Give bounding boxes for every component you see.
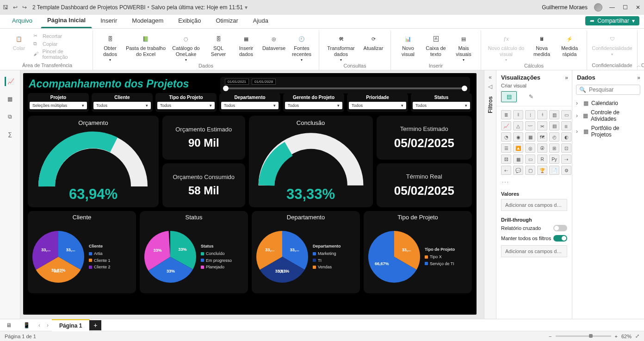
visual-type-icon[interactable]: ⚄ bbox=[501, 155, 511, 164]
sql-server-button[interactable]: 🗄SQL Server bbox=[205, 32, 232, 58]
kpi-termino-estimado[interactable]: Termino Estimado 05/02/2025 bbox=[377, 116, 472, 160]
visual-type-icon[interactable]: ≣ bbox=[501, 110, 511, 119]
visual-type-icon[interactable]: 🔼 bbox=[513, 143, 523, 153]
visual-type-icon[interactable]: 💬 bbox=[513, 166, 523, 175]
zoom-slider[interactable] bbox=[556, 335, 611, 337]
visual-type-icon[interactable]: 🏆 bbox=[537, 166, 547, 175]
slicer-cliente[interactable]: Cliente Todos▾ bbox=[92, 93, 153, 112]
slicer-departamento[interactable]: Departamento Todos▾ bbox=[219, 93, 280, 112]
visual-type-icon[interactable]: ☰ bbox=[501, 143, 511, 153]
share-button[interactable]: ➦ Compartilhar ▾ bbox=[585, 16, 639, 25]
zoom-out-icon[interactable]: − bbox=[549, 334, 551, 339]
visual-type-icon[interactable]: R bbox=[537, 155, 547, 164]
values-field-well[interactable]: Adicionar os campos de da... bbox=[501, 199, 567, 211]
visual-type-icon[interactable]: ◴ bbox=[549, 132, 559, 142]
visual-type-icon[interactable]: △ bbox=[513, 121, 523, 130]
filters-pane-collapsed[interactable]: « ◁ Filtros bbox=[484, 70, 496, 319]
dataverse-button[interactable]: ◎Dataverse bbox=[260, 32, 287, 52]
data-search[interactable]: 🔍 bbox=[576, 85, 640, 95]
visual-type-icon[interactable]: ⫘ bbox=[537, 121, 547, 130]
table-view-icon[interactable]: ▦ bbox=[6, 94, 15, 104]
next-page-icon[interactable]: › bbox=[43, 322, 52, 329]
quick-measure-button[interactable]: ⚡Medida rápida bbox=[556, 32, 583, 58]
visual-type-icon[interactable]: ▢ bbox=[525, 166, 535, 175]
keep-filters-toggle[interactable] bbox=[553, 235, 567, 242]
visual-type-icon[interactable]: ▭ bbox=[525, 155, 535, 164]
visual-type-icon[interactable]: 🗺 bbox=[537, 132, 547, 142]
visual-type-icon[interactable]: ◐ bbox=[561, 132, 571, 142]
pie-card-cliente[interactable]: Cliente33,...33,...33,...33,33%ClienteAr… bbox=[28, 211, 136, 293]
tab-file[interactable]: Arquivo bbox=[6, 14, 39, 28]
more-visuals-button[interactable]: ▤Mais visuais▾ bbox=[450, 32, 477, 63]
pie-card-status[interactable]: Status33%33%33%StatusConcluídoEm progres… bbox=[140, 211, 248, 293]
prev-page-icon[interactable]: ‹ bbox=[35, 322, 43, 329]
refresh-button[interactable]: ⟳Atualizar bbox=[360, 32, 387, 52]
timeline-slicer[interactable]: 01/01/2021 01/01/2028 bbox=[220, 77, 470, 93]
visual-type-icon[interactable]: ⦿ bbox=[537, 143, 547, 153]
slicer-projeto[interactable]: Projeto Seleções múltiplas▾ bbox=[28, 93, 89, 112]
visual-type-icon[interactable]: ◎ bbox=[525, 143, 535, 153]
format-visual-mode[interactable]: ✎ bbox=[523, 91, 539, 102]
tab-optimize[interactable]: Otimizar bbox=[209, 14, 244, 28]
tab-help[interactable]: Ajuda bbox=[247, 14, 275, 28]
visual-type-icon[interactable]: 〰 bbox=[525, 121, 535, 130]
zoom-in-icon[interactable]: + bbox=[615, 334, 618, 339]
cross-report-toggle[interactable] bbox=[553, 225, 567, 231]
visual-type-icon[interactable]: ▥ bbox=[549, 110, 559, 119]
visual-type-icon[interactable]: ▦ bbox=[513, 155, 523, 164]
pie-card-tipo[interactable]: Tipo de Projeto33,...66,67%Tipo de Proje… bbox=[364, 211, 472, 293]
kpi-termino-real[interactable]: Término Real 05/02/2025 bbox=[377, 163, 472, 207]
slicer-tipo-do-projeto[interactable]: Tipo do Projeto Todos▾ bbox=[155, 93, 217, 112]
publish-button[interactable]: ⇪Publicar bbox=[642, 32, 644, 52]
table-item[interactable]: ›▦Calendario bbox=[575, 99, 641, 108]
tab-view[interactable]: Exibição bbox=[172, 14, 207, 28]
table-item[interactable]: ›▦Controle de Atividades bbox=[575, 108, 641, 124]
visual-type-icon[interactable]: ⚙ bbox=[561, 166, 571, 175]
redo-icon[interactable]: ↪ bbox=[22, 4, 27, 11]
tab-insert[interactable]: Inserir bbox=[94, 14, 124, 28]
visual-type-icon[interactable]: ⫶ bbox=[525, 110, 535, 119]
expand-left-icon[interactable]: ◁ bbox=[488, 83, 492, 90]
slicer-status[interactable]: Status Todos▾ bbox=[411, 93, 472, 112]
get-data-button[interactable]: 🗄Obter dados▾ bbox=[97, 32, 124, 63]
new-measure-button[interactable]: 🖩Nova medida bbox=[528, 32, 555, 58]
timeline-track[interactable] bbox=[225, 87, 465, 89]
gauge-orcamento[interactable]: Orçamento 63,94% bbox=[28, 116, 159, 207]
search-input[interactable] bbox=[589, 87, 644, 93]
onelake-button[interactable]: ◌Catálogo do OneLake▾ bbox=[168, 32, 204, 63]
visual-type-icon[interactable]: ▤ bbox=[549, 121, 559, 130]
collapse-pane-icon[interactable]: » bbox=[637, 74, 640, 81]
visual-type-icon[interactable]: ⫲ bbox=[537, 110, 547, 119]
visual-type-icon[interactable]: ▦ bbox=[525, 132, 535, 142]
visual-type-icon[interactable]: Py bbox=[549, 155, 559, 164]
transform-data-button[interactable]: 🛠Transformar dados▾ bbox=[323, 32, 359, 63]
visual-type-icon[interactable]: ◉ bbox=[513, 132, 523, 142]
collapse-ribbon-icon[interactable]: ︿ bbox=[637, 62, 641, 69]
desktop-layout-icon[interactable]: 🖥 bbox=[0, 322, 18, 329]
build-visual-mode[interactable]: ▤ bbox=[501, 91, 517, 102]
slicer-prioridade[interactable]: Prioridade Todos▾ bbox=[347, 93, 408, 112]
table-item[interactable]: ›▦Portfólio de Projetos bbox=[575, 124, 641, 139]
avatar[interactable] bbox=[594, 3, 602, 12]
visual-type-icon[interactable]: ⊞ bbox=[549, 143, 559, 153]
visual-type-icon[interactable]: ⫴ bbox=[513, 110, 523, 119]
drill-field-well[interactable]: Adicionar os campos de dr... bbox=[501, 245, 567, 257]
close-button[interactable]: ✕ bbox=[635, 4, 641, 11]
gauge-conclusao[interactable]: Conclusão 33,33% bbox=[249, 116, 373, 207]
dax-view-icon[interactable]: ∑ bbox=[6, 130, 15, 139]
new-visual-button[interactable]: 📊Novo visual bbox=[395, 32, 421, 58]
visual-type-icon[interactable]: ⫼ bbox=[561, 121, 571, 130]
visual-type-icon[interactable]: ▭ bbox=[561, 110, 571, 119]
add-page-button[interactable]: + bbox=[89, 320, 101, 330]
minimize-button[interactable]: — bbox=[609, 4, 615, 11]
maximize-button[interactable]: ☐ bbox=[622, 4, 628, 11]
collapse-pane-icon[interactable]: » bbox=[565, 74, 568, 81]
report-canvas[interactable]: Acompanhamento dos Projetos 01/01/2021 0… bbox=[23, 73, 477, 315]
excel-workbook-button[interactable]: 📗Pasta de trabalho do Excel bbox=[124, 32, 167, 58]
page-tab-1[interactable]: Página 1 bbox=[52, 319, 90, 331]
visual-type-icon[interactable]: 📄 bbox=[549, 166, 559, 175]
tab-home[interactable]: Página Inicial bbox=[41, 13, 92, 28]
save-icon[interactable]: 🖫 bbox=[3, 4, 8, 11]
timeline-start[interactable]: 01/01/2021 bbox=[225, 79, 249, 85]
recent-sources-button[interactable]: 🕘Fontes recentes▾ bbox=[288, 32, 315, 63]
